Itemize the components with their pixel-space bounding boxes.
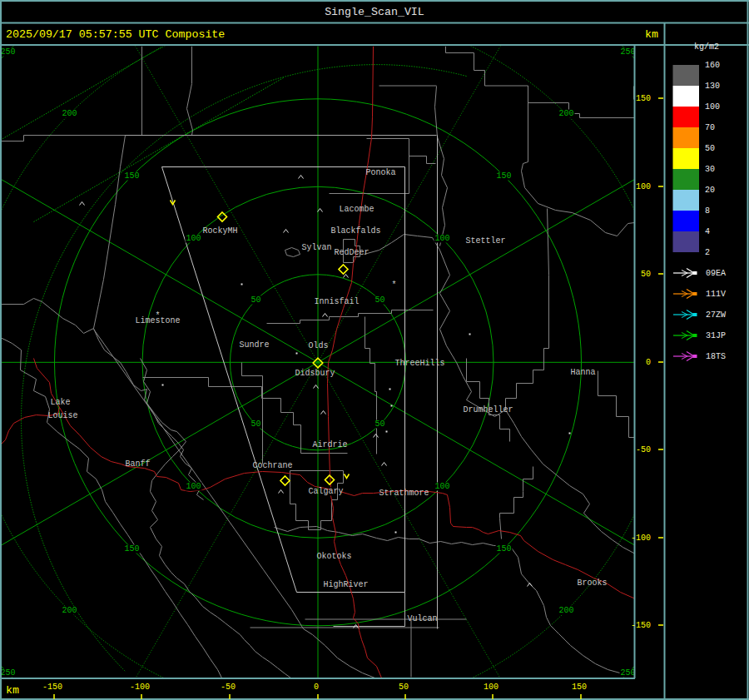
svg-text:100: 100: [434, 482, 449, 491]
svg-text:250: 250: [620, 668, 635, 678]
svg-text:50: 50: [705, 144, 715, 153]
svg-text:RockyMH: RockyMH: [202, 226, 237, 236]
svg-text:150: 150: [496, 171, 511, 181]
svg-text:-100: -100: [631, 534, 651, 543]
svg-text:RedDeer: RedDeer: [334, 248, 369, 257]
svg-text:70: 70: [705, 123, 715, 132]
svg-text:Cochrane: Cochrane: [252, 461, 292, 470]
svg-text:Didsbury: Didsbury: [295, 369, 335, 378]
svg-text:200: 200: [62, 109, 77, 118]
svg-text:100: 100: [434, 234, 449, 243]
svg-text:100: 100: [186, 482, 201, 491]
svg-text:Strathmore: Strathmore: [379, 489, 429, 498]
svg-text:250: 250: [0, 47, 15, 57]
svg-text:Lacombe: Lacombe: [339, 205, 374, 214]
svg-text:-150: -150: [631, 621, 651, 630]
svg-text:-150: -150: [42, 683, 62, 692]
svg-text:Vulcan: Vulcan: [407, 614, 437, 623]
svg-text:Airdrie: Airdrie: [312, 440, 347, 449]
svg-text:Drumheller: Drumheller: [463, 405, 513, 415]
svg-text:50: 50: [641, 270, 651, 279]
svg-text:100: 100: [636, 182, 651, 191]
svg-text:*: *: [155, 311, 160, 320]
svg-text:27ZW: 27ZW: [706, 310, 726, 320]
svg-text:ThreeHills: ThreeHills: [394, 359, 444, 368]
svg-text:250: 250: [620, 47, 635, 57]
svg-text:20: 20: [705, 186, 715, 195]
svg-text:Olds: Olds: [308, 341, 328, 350]
svg-text:Banff: Banff: [125, 459, 150, 469]
svg-text:2025/09/17 05:57:55 UTC Compos: 2025/09/17 05:57:55 UTC Composite: [6, 28, 225, 41]
svg-text:200: 200: [62, 606, 77, 615]
svg-text:250: 250: [0, 668, 15, 678]
svg-text:50: 50: [374, 295, 384, 305]
svg-text:Okotoks: Okotoks: [316, 552, 351, 561]
svg-text:30: 30: [705, 165, 715, 174]
svg-text:Lake: Lake: [50, 398, 70, 407]
svg-text:0: 0: [646, 358, 651, 367]
svg-text:100: 100: [484, 683, 499, 692]
svg-text:50: 50: [250, 420, 260, 429]
svg-text:*: *: [391, 280, 396, 290]
svg-text:Brooks: Brooks: [577, 578, 607, 588]
svg-text:Calgary: Calgary: [308, 487, 343, 496]
svg-text:50: 50: [374, 420, 384, 429]
svg-text:2: 2: [705, 248, 710, 257]
svg-text:150: 150: [496, 544, 511, 554]
svg-text:31JP: 31JP: [706, 331, 726, 340]
svg-text:-100: -100: [130, 683, 150, 692]
svg-text:Blackfalds: Blackfalds: [330, 226, 380, 236]
svg-text:Hanna: Hanna: [570, 368, 595, 377]
svg-text:111V: 111V: [706, 290, 726, 299]
svg-text:Louise: Louise: [47, 411, 77, 420]
svg-text:50: 50: [250, 295, 260, 305]
svg-text:200: 200: [558, 606, 573, 615]
svg-text:150: 150: [572, 683, 587, 692]
svg-text:Single_Scan_VIL: Single_Scan_VIL: [325, 6, 424, 18]
svg-text:km: km: [6, 684, 19, 697]
svg-text:Stettler: Stettler: [465, 236, 505, 246]
svg-text:100: 100: [186, 234, 201, 243]
svg-text:km: km: [645, 28, 658, 41]
svg-text:150: 150: [124, 544, 139, 554]
svg-text:100: 100: [705, 102, 720, 112]
svg-text:200: 200: [558, 109, 573, 118]
svg-text:160: 160: [705, 61, 720, 70]
svg-text:09EA: 09EA: [706, 269, 726, 278]
svg-text:kg/m2: kg/m2: [694, 42, 719, 52]
svg-text:Sylvan: Sylvan: [301, 243, 331, 252]
svg-text:0: 0: [314, 683, 319, 692]
svg-text:130: 130: [705, 82, 720, 91]
svg-text:50: 50: [399, 683, 409, 692]
svg-text:Ponoka: Ponoka: [365, 168, 395, 177]
svg-text:-50: -50: [221, 683, 236, 692]
svg-text:HighRiver: HighRiver: [323, 580, 368, 589]
svg-text:150: 150: [636, 94, 651, 103]
svg-text:-50: -50: [636, 445, 651, 454]
svg-text:4: 4: [705, 227, 710, 236]
svg-text:150: 150: [124, 171, 139, 181]
svg-text:8: 8: [705, 206, 710, 216]
svg-text:Sundre: Sundre: [239, 340, 269, 350]
svg-text:18TS: 18TS: [706, 352, 726, 361]
svg-text:Innisfail: Innisfail: [314, 297, 359, 306]
